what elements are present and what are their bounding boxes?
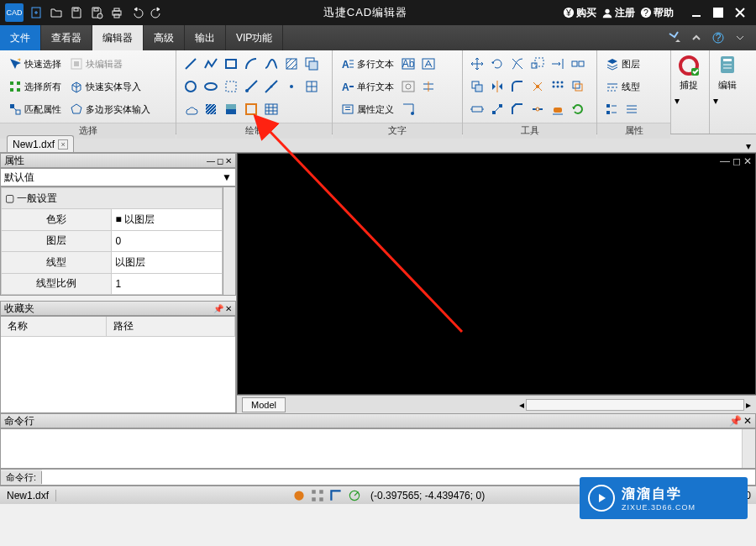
menu-advanced[interactable]: 高级	[144, 25, 185, 50]
panel-close-icon[interactable]: ✕	[743, 415, 752, 427]
panel-restore-icon[interactable]: ◻	[217, 156, 223, 165]
break-icon[interactable]	[569, 55, 587, 73]
point-icon[interactable]	[282, 77, 301, 96]
scroll-right-icon[interactable]: ▸	[746, 399, 751, 411]
quick-select-button[interactable]: 快速选择	[5, 55, 65, 73]
register-button[interactable]: 注册	[601, 6, 635, 20]
scrollbar[interactable]	[742, 429, 755, 468]
chamfer-icon[interactable]	[508, 100, 527, 118]
rectangle-icon[interactable]	[222, 55, 240, 73]
help-button[interactable]: ?帮助	[640, 6, 674, 20]
help-icon[interactable]: ?	[709, 29, 727, 47]
table-icon[interactable]	[262, 100, 281, 118]
array-icon[interactable]	[549, 77, 567, 96]
copy-icon[interactable]	[468, 77, 486, 96]
status-snap-icon[interactable]	[310, 488, 325, 503]
save-icon[interactable]	[67, 3, 86, 22]
menu-output[interactable]: 输出	[185, 25, 226, 50]
explode-icon[interactable]	[528, 77, 547, 96]
panel-close-icon[interactable]: ✕	[225, 156, 232, 165]
select-all-button[interactable]: 选择所有	[5, 77, 65, 96]
stretch-icon[interactable]	[468, 100, 486, 118]
join-icon[interactable]	[528, 100, 547, 118]
text-icon-3[interactable]	[399, 77, 417, 96]
model-tab[interactable]: Model	[242, 397, 286, 412]
mirror-icon[interactable]	[488, 77, 507, 96]
text-icon-4[interactable]	[419, 77, 438, 96]
save-as-icon[interactable]	[87, 3, 106, 22]
open-file-icon[interactable]	[47, 3, 66, 22]
undo-icon[interactable]	[128, 3, 146, 22]
line-icon[interactable]	[181, 55, 200, 73]
edit-button[interactable]: 编辑	[710, 50, 745, 95]
panel-pin-icon[interactable]: 📌	[213, 304, 223, 313]
horizontal-scrollbar[interactable]	[526, 399, 744, 411]
text-icon-2[interactable]	[419, 55, 438, 73]
region-icon[interactable]	[302, 55, 321, 73]
edit-dropdown-icon[interactable]: ▾	[710, 95, 722, 109]
refresh-icon[interactable]	[569, 100, 587, 118]
close-icon[interactable]	[729, 2, 751, 24]
move-icon[interactable]	[468, 55, 486, 73]
text-icon-1[interactable]: Ab	[399, 55, 417, 73]
command-history[interactable]	[0, 428, 756, 469]
status-ortho-icon[interactable]	[328, 488, 344, 503]
pin-tabstrip-icon[interactable]: ▾	[746, 140, 751, 152]
canvas-minimize-icon[interactable]: —	[720, 155, 730, 167]
table-row[interactable]: 图层0	[2, 230, 223, 251]
scroll-left-icon[interactable]: ◂	[519, 399, 524, 411]
polyline-icon[interactable]	[202, 55, 220, 73]
canvas-restore-icon[interactable]: ◻	[732, 155, 741, 167]
ellipse-icon[interactable]	[202, 77, 220, 96]
block-editor-button[interactable]: 块编辑器	[66, 55, 126, 73]
circle-icon[interactable]	[181, 77, 200, 96]
singleline-text-button[interactable]: A单行文本	[338, 77, 397, 96]
status-polar-icon[interactable]	[347, 488, 362, 503]
boundary-icon[interactable]	[242, 100, 260, 118]
fillet-icon[interactable]	[508, 77, 527, 96]
close-tab-icon[interactable]: ×	[58, 139, 68, 150]
linetype-button[interactable]: 线型	[602, 77, 643, 96]
trim-icon[interactable]	[508, 55, 527, 73]
spline-icon[interactable]	[262, 55, 281, 73]
layer-button[interactable]: 图层	[602, 55, 643, 73]
table-row[interactable]: 线型比例1	[2, 273, 223, 294]
new-file-icon[interactable]	[27, 3, 45, 22]
match-properties-button[interactable]: 匹配属性	[5, 100, 65, 118]
panel-close-icon[interactable]: ✕	[225, 304, 232, 313]
canvas-close-icon[interactable]: ✕	[743, 155, 752, 167]
text-icon-5[interactable]	[399, 100, 417, 118]
fav-col-name[interactable]: 名称	[1, 317, 107, 336]
attribute-definition-button[interactable]: =属性定义	[338, 100, 397, 118]
select-rect-icon[interactable]	[222, 77, 240, 96]
table-row[interactable]: 色彩■ 以图层	[2, 209, 223, 230]
block-icon[interactable]	[302, 77, 321, 96]
print-icon[interactable]	[108, 3, 126, 22]
ray-icon[interactable]	[242, 77, 260, 96]
gradient-icon[interactable]	[222, 100, 240, 118]
minimize-icon[interactable]	[685, 2, 707, 24]
multiline-text-button[interactable]: A多行文本	[338, 55, 397, 73]
snap-dropdown-icon[interactable]: ▾	[671, 95, 683, 109]
snap-button[interactable]: 捕捉	[671, 50, 706, 95]
properties-filter-select[interactable]: 默认值▼	[0, 168, 236, 186]
erase-icon[interactable]	[549, 100, 567, 118]
polygon-solid-input-button[interactable]: 多边形实体输入	[66, 100, 154, 118]
panel-pin-icon[interactable]: 📌	[729, 415, 742, 427]
panel-minimize-icon[interactable]: —	[207, 156, 215, 165]
quick-solid-import-button[interactable]: 快速实体导入	[66, 77, 144, 96]
scrollbar[interactable]	[223, 187, 235, 295]
offset-icon[interactable]	[569, 77, 587, 96]
status-grid-icon[interactable]	[291, 488, 307, 503]
fav-col-path[interactable]: 路径	[107, 317, 235, 336]
props-extra-2[interactable]	[622, 100, 641, 118]
props-extra-1[interactable]	[602, 100, 621, 118]
menu-file[interactable]: 文件	[0, 25, 41, 50]
cloud-icon[interactable]	[181, 100, 200, 118]
arc-icon[interactable]	[242, 55, 260, 73]
menu-editor[interactable]: 编辑器	[92, 25, 144, 50]
align-icon[interactable]	[488, 100, 507, 118]
hatch-icon[interactable]	[202, 100, 220, 118]
scale-icon[interactable]	[528, 55, 547, 73]
menu-viewer[interactable]: 查看器	[41, 25, 92, 50]
